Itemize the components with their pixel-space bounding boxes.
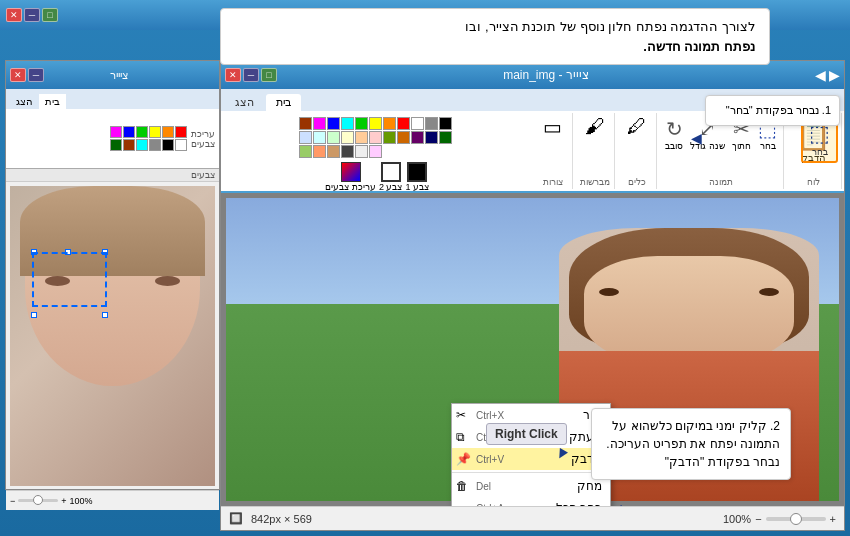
sel-handle-mr[interactable] [102,312,108,318]
main-zoom-slider[interactable] [766,517,826,521]
rc-lavender[interactable] [369,145,382,158]
swatch-black[interactable] [162,139,174,151]
ctx-selectall[interactable]: בחר הכל Ctrl+A [452,497,610,506]
edit-colors-button[interactable]: עריכת צבעים [325,162,376,192]
main-zoom-minus[interactable]: − [755,513,761,525]
rc-lime[interactable] [299,145,312,158]
rc-blue[interactable] [327,117,340,130]
woman-eye-left [759,288,779,296]
rc-black[interactable] [439,117,452,130]
rc-darkgray[interactable] [341,145,354,158]
rc-magenta[interactable] [313,117,326,130]
maximize-button[interactable]: □ [42,8,58,22]
swatch-gray[interactable] [149,139,161,151]
swatch-brown[interactable] [123,139,135,151]
main-zoom-plus[interactable]: + [830,513,836,525]
tools-icon[interactable]: 🖊 [627,115,647,138]
brushes-label: מברשות [580,177,610,187]
shapes-icon[interactable]: ▭ [543,115,562,139]
rc-darkorange[interactable] [397,131,410,144]
rc-olive[interactable] [383,131,396,144]
rc-lightgray[interactable] [355,145,368,158]
rc-dkgreen[interactable] [439,131,452,144]
swatch-yellow[interactable] [149,126,161,138]
rotate-button[interactable]: ↻ סובב [663,115,685,153]
left-paint-window: ✕ ─ ציייר בית הצג עריכת צבעים [5,60,220,490]
left-zoom-plus[interactable]: + [61,496,66,506]
rc-lightpink[interactable] [369,131,382,144]
rc-lightyellow[interactable] [341,131,354,144]
pixel-icon: 🔲 [229,512,243,525]
rc-orange[interactable] [383,117,396,130]
rc-white[interactable] [411,117,424,130]
main-zoom-control: + − 100% [723,513,836,525]
ctx-delete[interactable]: 🗑 מחק Del [452,475,610,497]
rc-lightblue[interactable] [299,131,312,144]
swatch-cyan[interactable] [136,139,148,151]
main-paint-window: ✕ ─ □ ציייר - main_img ◀ ▶ בית הצג 📋 הדב… [220,60,845,531]
left-color-palette [107,126,187,151]
main-statusbar: + − 100% 569 × 842px 🔲 [221,506,844,530]
rc-peach[interactable] [355,131,368,144]
edit-colors-icon [341,162,361,182]
rc-navy[interactable] [425,131,438,144]
main-win-controls[interactable]: ✕ ─ □ [225,68,277,82]
step1-arrow: ◀ [691,130,702,146]
select-tool-label: בחר [812,147,828,157]
color1-swatch [407,162,427,182]
rc-salmon[interactable] [313,145,326,158]
left-zoom-slider[interactable] [18,499,58,502]
swatch-red[interactable] [175,126,187,138]
rc-lightcyan[interactable] [313,131,326,144]
swatch-darkgreen[interactable] [110,139,122,151]
forward-button[interactable]: ▶ [829,67,840,83]
minimize-button[interactable]: ─ [24,8,40,22]
delete-icon: 🗑 [456,479,468,493]
swatch-magenta[interactable] [110,126,122,138]
rc-red[interactable] [397,117,410,130]
swatch-white[interactable] [175,139,187,151]
left-close-button[interactable]: ✕ [10,68,26,82]
tab-view[interactable]: הצג [225,94,264,111]
left-titlebar: ✕ ─ ציייר [6,61,219,89]
color2-selector[interactable]: צבע 2 [379,162,403,192]
left-zoom-minus[interactable]: − [10,496,15,506]
rc-brown[interactable] [299,117,312,130]
left-tab-view[interactable]: הצג [10,94,39,109]
sel-handle-ml[interactable] [31,312,37,318]
color1-label: צבע 1 [406,182,430,192]
rotate-label: סובב [665,141,683,151]
left-min-button[interactable]: ─ [28,68,44,82]
left-tab-home[interactable]: בית [39,94,66,109]
main-max-button[interactable]: □ [261,68,277,82]
context-menu[interactable]: ✂ גזור Ctrl+X ⧉ העתק Ctrl+C 📌 הדבק Ctrl+… [451,403,611,506]
instruction-line1: לצורך ההדגמה נפתח חלון נוסף של תוכנת הצי… [465,19,755,34]
swatch-green[interactable] [136,126,148,138]
cut-icon: ✂ [456,408,466,422]
rc-cyan[interactable] [341,117,354,130]
swatch-blue[interactable] [123,126,135,138]
main-zoom-thumb[interactable] [790,513,802,525]
left-win-controls[interactable]: ✕ ─ [10,68,44,82]
step2-text: 2. קליק ימני במיקום כלשהוא על התמונה יפת… [606,419,780,469]
nav-buttons[interactable]: ◀ ▶ [815,67,840,83]
close-button[interactable]: ✕ [6,8,22,22]
main-canvas-area: ✂ גזור Ctrl+X ⧉ העתק Ctrl+C 📌 הדבק Ctrl+… [221,193,844,506]
tab-home[interactable]: בית [266,94,301,111]
rc-yellow[interactable] [369,117,382,130]
rc-gray[interactable] [425,117,438,130]
main-zoom-percent: 100% [723,513,751,525]
ctx-paste[interactable]: 📌 הדבק Ctrl+V [452,448,610,470]
main-close-button[interactable]: ✕ [225,68,241,82]
rc-purple[interactable] [411,131,424,144]
swatch-orange[interactable] [162,126,174,138]
brushes-icon[interactable]: 🖌 [585,115,605,138]
color1-selector[interactable]: צבע 1 [406,162,430,192]
main-min-button[interactable]: ─ [243,68,259,82]
rc-lightgreen[interactable] [327,131,340,144]
rc-green[interactable] [355,117,368,130]
back-button[interactable]: ◀ [815,67,826,83]
bg-win-controls[interactable]: ✕ ─ □ [6,8,58,22]
left-zoom-thumb[interactable] [33,495,43,505]
rc-tan[interactable] [327,145,340,158]
